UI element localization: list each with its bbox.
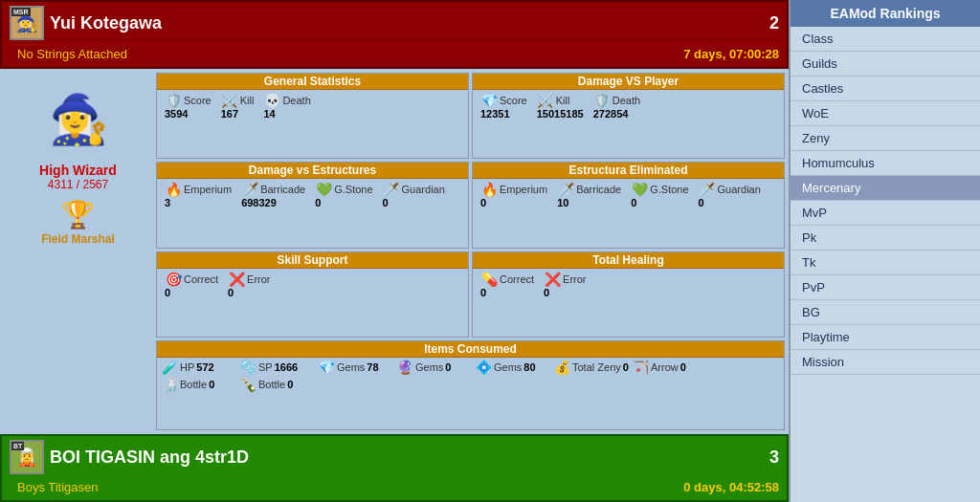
- dvp-score-col: 💎 Score 12351: [480, 93, 527, 120]
- ss-correct-icon: 🎯: [165, 272, 182, 287]
- ee-emp-label: Emperium: [500, 184, 547, 195]
- dve-gs-col: 💚 G.Stone 0: [315, 182, 372, 208]
- dvp-death-value: 272854: [593, 108, 629, 120]
- sidebar-item-zeny[interactable]: Zeny: [791, 126, 980, 151]
- th-error-value: 0: [544, 287, 549, 298]
- sidebar-item-homumculus[interactable]: Homumculus: [791, 151, 980, 176]
- general-stats-title: General Statistics: [157, 74, 468, 90]
- death-icon: 💀: [263, 93, 280, 108]
- player1-header: MSR 🧙 Yui Kotegawa 2: [2, 2, 787, 45]
- skill-support-body: 🎯 Correct 0 ❌ Error 0: [157, 269, 468, 301]
- estructura-eliminated-section: Estructura Eliminated 🔥 Emperium 0 🗡️: [472, 162, 785, 248]
- dve-emp-value: 3: [165, 197, 170, 208]
- dvp-death-row: 🛡️ Death: [593, 93, 640, 108]
- sidebar-item-woe[interactable]: WoE: [791, 101, 980, 126]
- bottle2-item: 🍾 Bottle 0: [239, 377, 316, 392]
- sidebar-title: EAMod Rankings: [791, 0, 980, 27]
- dve-gd-icon: 🗡️: [383, 182, 400, 197]
- total-zeny-label: Total Zeny: [572, 361, 621, 373]
- player1-name: Yui Kotegawa: [50, 13, 162, 33]
- total-healing-body: 💊 Correct 0 ❌ Error 0: [473, 269, 784, 301]
- character-info: 🧙‍♀️ High Wizard 4311 / 2567 🏆 Field Mar…: [4, 73, 152, 430]
- dve-barr-value: 698329: [241, 197, 277, 208]
- field-marshal: 🏆 Field Marshal: [41, 199, 115, 246]
- estructura-eliminated-body: 🔥 Emperium 0 🗡️ Barricade 10: [473, 179, 784, 211]
- arrow-item: 🏹 Arrow 0: [632, 360, 708, 375]
- dve-gs-value: 0: [315, 197, 321, 208]
- dvp-score-icon: 💎: [480, 93, 498, 108]
- sidebar-item-tk[interactable]: Tk: [791, 251, 980, 275]
- stats-area: 🧙‍♀️ High Wizard 4311 / 2567 🏆 Field Mar…: [0, 69, 789, 434]
- dvp-kill-icon: ⚔️: [537, 93, 554, 108]
- bottle1-label: Bottle: [180, 379, 207, 390]
- dvp-score-row: 💎 Score: [480, 93, 527, 108]
- damage-vs-estructures-section: Damage vs Estructures 🔥 Emperium 3 🗡️: [156, 162, 469, 248]
- estructura-eliminated-title: Estructura Eliminated: [473, 163, 784, 179]
- sp-item: 🫧 SP 1666: [239, 360, 316, 375]
- th-correct-col: 💊 Correct 0: [480, 272, 534, 298]
- ee-emp-value: 0: [480, 197, 486, 208]
- hp-label: HP: [180, 361, 194, 373]
- character-class: High Wizard: [39, 163, 117, 178]
- dve-gd-row: 🗡️ Guardian: [383, 182, 445, 197]
- player2-rank: 3: [769, 447, 779, 468]
- dvp-kill-row: ⚔️ Kill: [537, 93, 570, 108]
- th-error-col: ❌ Error 0: [544, 272, 586, 298]
- dvp-score-value: 12351: [480, 108, 510, 120]
- ss-error-icon: ❌: [228, 272, 245, 287]
- th-error-label: Error: [563, 273, 586, 285]
- sidebar-item-playtime[interactable]: Playtime: [791, 325, 980, 350]
- dvp-kill-value: 15015185: [537, 108, 584, 120]
- player1-avatar: MSR 🧙: [10, 6, 44, 40]
- sidebar-item-mission[interactable]: Mission: [791, 350, 980, 375]
- sidebar-item-bg[interactable]: BG: [791, 300, 980, 325]
- player1-subheader: No Strings Attached 7 days, 07:00:28: [2, 45, 787, 67]
- sp-icon: 🫧: [239, 360, 256, 375]
- general-death-row: 💀 Death: [263, 93, 310, 108]
- ee-emp-row: 🔥 Emperium: [480, 182, 547, 197]
- sidebar-item-class[interactable]: Class: [791, 27, 980, 52]
- total-zeny-item: 💰 Total Zeny 0: [553, 360, 630, 375]
- ss-error-value: 0: [228, 287, 234, 298]
- field-marshal-label: Field Marshal: [41, 232, 115, 246]
- total-healing-section: Total Healing 💊 Correct 0 ❌: [472, 251, 785, 338]
- ss-correct-label: Correct: [184, 273, 218, 285]
- sidebar-item-castles[interactable]: Castles: [791, 76, 980, 101]
- sidebar-item-guilds[interactable]: Guilds: [791, 52, 980, 76]
- general-death-value: 14: [263, 108, 275, 120]
- general-score-col: 🛡️ Score 3594: [165, 93, 212, 120]
- dve-emp-icon: 🔥: [165, 182, 182, 197]
- th-correct-row: 💊 Correct: [480, 272, 534, 287]
- dve-emp-label: Emperium: [184, 184, 232, 195]
- sidebar-item-pvp[interactable]: PvP: [791, 275, 980, 300]
- dve-barr-label: Barricade: [260, 184, 305, 195]
- items-consumed-title: Items Consumed: [157, 341, 784, 358]
- total-zeny-icon: 💰: [553, 360, 570, 375]
- gems3-value: 80: [523, 361, 535, 373]
- th-error-row: ❌ Error: [544, 272, 586, 287]
- player2-card: BT 🧝 BOI TIGASIN ang 4str1D 3 Boys Titig…: [0, 434, 789, 502]
- damage-vs-estructures-body: 🔥 Emperium 3 🗡️ Barricade 698329: [157, 179, 468, 211]
- ee-gd-icon: 🗡️: [699, 182, 716, 197]
- sp-value: 1666: [275, 361, 298, 373]
- sidebar-item-mercenary[interactable]: Mercenary: [791, 176, 980, 201]
- character-sprite: 🧙‍♀️: [35, 76, 122, 163]
- player1-rank: 2: [769, 13, 779, 33]
- damage-vs-player-title: Damage VS Player: [473, 74, 784, 90]
- general-score-value: 3594: [165, 108, 188, 120]
- dvp-death-icon: 🛡️: [593, 93, 611, 108]
- sidebar-item-mvp[interactable]: MvP: [791, 201, 980, 226]
- character-stats-nums: 4311 / 2567: [48, 178, 108, 191]
- skill-support-section: Skill Support 🎯 Correct 0 ❌: [156, 251, 469, 338]
- arrow-icon: 🏹: [632, 360, 649, 375]
- total-zeny-value: 0: [623, 361, 629, 373]
- dve-barr-icon: 🗡️: [241, 182, 258, 197]
- sidebar-item-pk[interactable]: Pk: [791, 226, 980, 251]
- ss-error-row: ❌ Error: [228, 272, 270, 287]
- dve-barr-col: 🗡️ Barricade 698329: [241, 182, 305, 208]
- ee-emp-icon: 🔥: [480, 182, 498, 197]
- bottle1-value: 0: [209, 379, 214, 390]
- ee-barr-label: Barricade: [576, 184, 621, 195]
- general-score-label: Score: [184, 95, 212, 106]
- total-healing-title: Total Healing: [473, 252, 784, 269]
